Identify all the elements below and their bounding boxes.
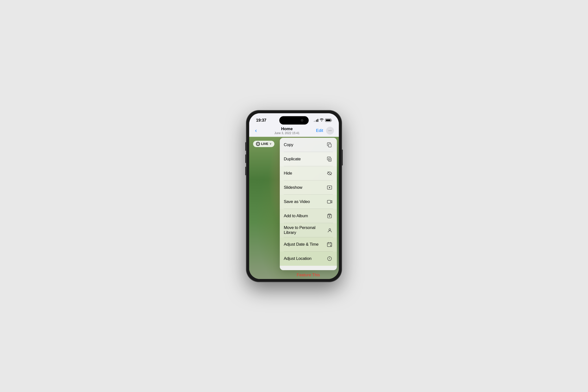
duplicate-icon — [326, 156, 333, 162]
nav-actions: Edit ··· — [316, 127, 334, 134]
phone-frame: 19:37 — [246, 110, 342, 282]
live-circle-icon — [256, 142, 260, 146]
menu-item-copy[interactable]: Copy — [280, 138, 337, 152]
menu-label-add-to-album: Add to Album — [284, 214, 308, 218]
menu-item-slideshow[interactable]: Slideshow — [280, 180, 337, 195]
edit-button[interactable]: Edit — [316, 128, 323, 133]
personal-library-icon — [326, 228, 333, 233]
menu-label-adjust-date-time: Adjust Date & Time — [284, 242, 318, 247]
hide-icon — [326, 171, 333, 176]
menu-item-hide[interactable]: Hide — [280, 166, 337, 180]
feature-this-label: Feature This — [297, 272, 320, 277]
back-button[interactable]: ‹ — [254, 126, 258, 135]
feature-this-button[interactable]: Feature This — [278, 271, 339, 279]
save-as-video-icon — [326, 199, 333, 204]
status-bar: 19:37 — [249, 113, 339, 126]
slideshow-icon — [326, 185, 333, 190]
menu-item-add-to-album[interactable]: Add to Album — [280, 209, 337, 223]
status-time: 19:37 — [256, 118, 266, 123]
live-inner-circle — [257, 143, 259, 145]
more-button[interactable]: ··· — [326, 127, 334, 134]
nav-center: Home June 3, 2022 15:41 — [275, 126, 300, 135]
menu-label-save-as-video: Save as Video — [284, 199, 310, 204]
adjust-date-icon — [326, 242, 333, 247]
scene: 19:37 — [228, 108, 360, 284]
menu-label-duplicate: Duplicate — [284, 157, 300, 162]
menu-label-copy: Copy — [284, 142, 293, 147]
wifi-icon — [320, 118, 324, 122]
svg-rect-13 — [327, 243, 332, 246]
menu-label-slideshow: Slideshow — [284, 185, 302, 190]
live-badge[interactable]: LIVE ∨ — [253, 141, 275, 147]
menu-item-move-to-personal[interactable]: Move to Personal Library — [280, 223, 337, 237]
menu-label-move-to-personal: Move to Personal Library — [284, 225, 326, 235]
status-icons — [314, 118, 332, 122]
menu-item-adjust-location[interactable]: Adjust Location — [280, 252, 337, 266]
menu-label-hide: Hide — [284, 171, 292, 176]
adjust-location-icon — [326, 256, 333, 261]
photo-container: LIVE ∨ Copy — [249, 137, 339, 279]
menu-item-duplicate[interactable]: Duplicate — [280, 152, 337, 166]
menu-item-save-as-video[interactable]: Save as Video — [280, 195, 337, 209]
add-to-album-icon — [326, 213, 333, 219]
dynamic-island — [279, 116, 309, 124]
context-menu-panel: Copy Duplicate — [280, 138, 337, 270]
screen: 19:37 — [249, 113, 339, 279]
live-chevron-icon: ∨ — [270, 142, 272, 146]
battery-icon — [325, 119, 332, 122]
live-label: LIVE — [261, 142, 268, 146]
svg-rect-0 — [328, 144, 331, 147]
menu-item-adjust-date-time[interactable]: Adjust Date & Time — [280, 237, 337, 252]
signal-icon — [314, 119, 318, 122]
nav-title: Home — [275, 126, 300, 132]
svg-rect-7 — [327, 200, 331, 203]
svg-marker-6 — [329, 187, 330, 188]
context-menu-overlay: Copy Duplicate — [278, 137, 339, 279]
copy-icon — [326, 142, 333, 148]
svg-point-12 — [329, 228, 330, 230]
svg-point-21 — [329, 258, 330, 259]
menu-label-adjust-location: Adjust Location — [284, 256, 311, 261]
ellipsis-icon: ··· — [328, 128, 331, 133]
nav-subtitle: June 3, 2022 15:41 — [275, 132, 300, 135]
camera-dot — [301, 119, 303, 122]
nav-bar: ‹ Home June 3, 2022 15:41 Edit ··· — [249, 126, 339, 137]
